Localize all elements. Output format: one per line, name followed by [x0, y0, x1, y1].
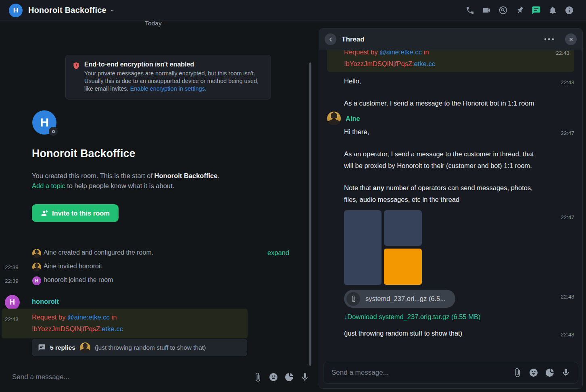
- close-icon[interactable]: [565, 33, 577, 45]
- avatar[interactable]: H: [5, 295, 20, 310]
- room-avatar-large[interactable]: H: [32, 110, 56, 135]
- event-row: 22:39 H honoroit joined the room: [0, 276, 307, 286]
- download-link[interactable]: ↓Download systemd_237.orig.tar.gz (6.55 …: [327, 311, 574, 323]
- event-text: honoroit joined the room: [44, 276, 113, 284]
- message-composer: Send a message...: [0, 364, 319, 392]
- top-bar: H Honoroit Backoffice: [0, 0, 586, 21]
- timeline: Today End-to-end encryption isn't enable…: [0, 21, 319, 392]
- search-icon[interactable]: [498, 6, 508, 15]
- room-title: Honoroit Backoffice: [28, 6, 106, 15]
- threads-icon[interactable]: [532, 6, 541, 15]
- event-row: Aine created and configured the room. ex…: [0, 249, 307, 259]
- message-timestamp: 22:47: [561, 127, 574, 139]
- room-avatar-small[interactable]: H: [9, 4, 23, 17]
- expand-link[interactable]: expand: [267, 249, 289, 257]
- shield-alert-icon: [72, 62, 80, 70]
- thread-panel: Thread 22:43 Request by @aine:etke.cc in…: [319, 28, 583, 389]
- add-topic-link[interactable]: Add a topic: [32, 182, 65, 189]
- message-input[interactable]: Send a message...: [12, 373, 69, 381]
- attached-image[interactable]: [384, 210, 422, 246]
- thread-preview: (just throwing random stuff to show that…: [95, 344, 206, 351]
- attachment-icon[interactable]: [513, 368, 522, 377]
- room-id-link[interactable]: etke.cc: [414, 60, 435, 67]
- thread-icon: [38, 344, 46, 351]
- avatar[interactable]: [32, 263, 41, 272]
- room-intro-text: You created this room. This is the start…: [32, 171, 219, 191]
- message-timestamp: 22:48: [561, 329, 574, 340]
- invite-button[interactable]: Invite to this room: [32, 204, 119, 222]
- event-timestamp: 22:39: [5, 264, 23, 270]
- encryption-notice: End-to-end encryption isn't enabled Your…: [65, 55, 271, 100]
- thread-message: 22:47 Hi there, As an operator, I send a…: [327, 126, 574, 205]
- microphone-icon[interactable]: [561, 368, 571, 377]
- message-timestamp: 22:48: [561, 291, 574, 303]
- sender-header: Aine: [327, 112, 574, 125]
- avatar[interactable]: [32, 249, 41, 258]
- attachment-icon: [346, 292, 360, 306]
- room-intro-title: Honoroit Backoffice: [32, 147, 136, 160]
- encryption-notice-body: Your private messages are normally encry…: [84, 70, 263, 93]
- message-timestamp: 22:43: [556, 50, 569, 59]
- image-message: 22:47: [327, 210, 574, 285]
- attached-image[interactable]: [344, 210, 382, 285]
- reply-count: 5 replies: [50, 344, 75, 351]
- event-timestamp: 22:39: [5, 278, 23, 284]
- message-timestamp: 22:43: [5, 313, 19, 325]
- file-name: systemd_237.ori...gz (6.5...: [365, 293, 446, 305]
- file-attachment[interactable]: systemd_237.ori...gz (6.5...: [344, 290, 455, 308]
- user-mention-link[interactable]: @aine:etke.cc: [67, 313, 110, 321]
- phone-icon[interactable]: [465, 6, 475, 15]
- thread-root-message: 22:43 Request by @aine:etke.cc in !bYozz…: [327, 50, 574, 72]
- thread-summary-card[interactable]: 5 replies (just throwing random stuff to…: [32, 339, 247, 356]
- attached-image[interactable]: [384, 249, 422, 285]
- video-call-icon[interactable]: [482, 6, 491, 15]
- attachment-icon[interactable]: [253, 372, 263, 382]
- topbar-icons: [465, 6, 580, 15]
- more-options-icon[interactable]: [544, 38, 554, 40]
- avatar: [80, 342, 90, 353]
- thread-message: 22:48 (just throwing random stuff to sho…: [327, 328, 574, 339]
- thread-messages: 22:43 Request by @aine:etke.cc in !bYozz…: [319, 50, 582, 358]
- file-message: 22:48 systemd_237.ori...gz (6.5...: [327, 290, 574, 308]
- thread-composer: Send a message...: [323, 362, 578, 384]
- user-mention-link[interactable]: @aine:etke.cc: [380, 50, 422, 56]
- sticker-icon[interactable]: [545, 368, 555, 377]
- person-add-icon: [41, 209, 48, 217]
- date-divider: Today: [0, 21, 307, 27]
- emoji-icon[interactable]: [269, 372, 278, 382]
- message-timestamp: 22:47: [561, 212, 574, 223]
- back-button[interactable]: [325, 33, 336, 45]
- microphone-icon[interactable]: [300, 372, 310, 382]
- event-row: 22:39 Aine invited honoroit: [0, 263, 307, 272]
- room-id-link[interactable]: etke.cc: [102, 325, 123, 332]
- camera-icon[interactable]: [49, 127, 58, 136]
- chevron-down-icon: [109, 8, 115, 13]
- enable-encryption-link[interactable]: Enable encryption in settings.: [130, 85, 206, 92]
- event-text: Aine invited honoroit: [44, 263, 102, 270]
- sender-name[interactable]: Aine: [346, 113, 360, 124]
- avatar[interactable]: [327, 112, 341, 125]
- sticker-icon[interactable]: [284, 372, 294, 382]
- notifications-icon[interactable]: [548, 6, 557, 15]
- highlighted-message: 22:43 Request by @aine:etke.cc in !bYozz…: [2, 309, 248, 338]
- thread-message: 22:43 Hello, As a customer, I send a mes…: [327, 75, 574, 109]
- thread-title: Thread: [342, 35, 365, 44]
- sender-name[interactable]: honoroit: [32, 298, 59, 305]
- encryption-notice-title: End-to-end encryption isn't enabled: [84, 61, 263, 68]
- pin-icon[interactable]: [515, 6, 524, 15]
- thread-header: Thread: [319, 29, 582, 50]
- message-input[interactable]: Send a message...: [332, 369, 389, 377]
- avatar[interactable]: H: [32, 276, 41, 285]
- timeline-scrollbar[interactable]: [309, 62, 311, 366]
- emoji-icon[interactable]: [529, 368, 538, 377]
- room-title-menu[interactable]: Honoroit Backoffice: [28, 6, 115, 15]
- event-text: Aine created and configured the room.: [44, 249, 153, 256]
- message-timestamp: 22:43: [561, 77, 574, 88]
- room-info-icon[interactable]: [565, 6, 574, 15]
